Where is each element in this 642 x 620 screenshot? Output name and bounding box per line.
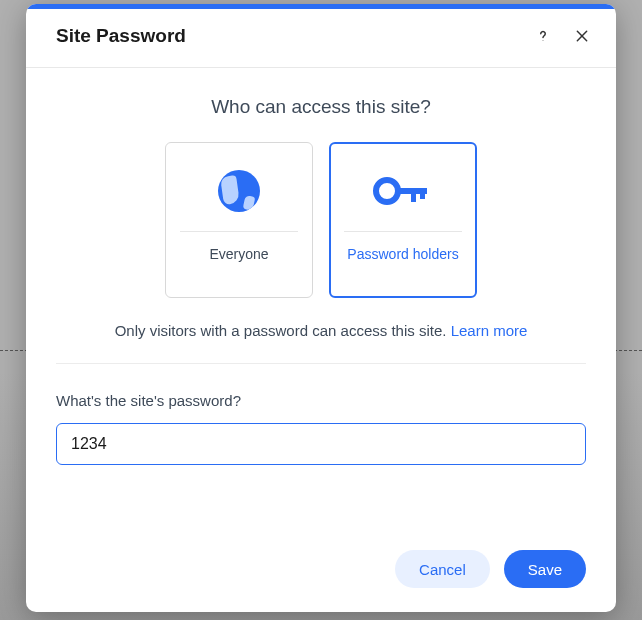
access-options: Everyone Password holders [56,142,586,298]
learn-more-link[interactable]: Learn more [451,322,528,339]
password-field-label: What's the site's password? [56,392,586,409]
password-input[interactable] [56,423,586,465]
option-divider [180,231,298,232]
help-icon [534,27,552,45]
header-actions [530,23,594,49]
option-everyone[interactable]: Everyone [165,142,313,298]
option-everyone-label: Everyone [209,246,268,262]
svg-point-0 [543,40,544,41]
modal-body: Who can access this site? Everyone [26,68,616,612]
access-description: Only visitors with a password can access… [56,322,586,339]
option-divider [344,231,462,232]
site-password-modal: Site Password Who can access this site? [26,4,616,612]
modal-header: Site Password [26,9,616,68]
modal-footer: Cancel Save [56,530,586,588]
close-icon [574,28,590,44]
svg-rect-6 [420,188,425,199]
cancel-button[interactable]: Cancel [395,550,490,588]
description-text: Only visitors with a password can access… [115,322,451,339]
key-icon [371,165,435,217]
help-button[interactable] [530,23,556,49]
modal-title: Site Password [56,25,186,47]
option-password-holders-label: Password holders [347,246,458,262]
section-separator [56,363,586,364]
access-question: Who can access this site? [56,96,586,118]
save-button[interactable]: Save [504,550,586,588]
globe-icon [218,165,260,217]
option-password-holders[interactable]: Password holders [329,142,477,298]
svg-point-3 [376,180,398,202]
svg-rect-5 [411,188,416,202]
close-button[interactable] [570,24,594,48]
